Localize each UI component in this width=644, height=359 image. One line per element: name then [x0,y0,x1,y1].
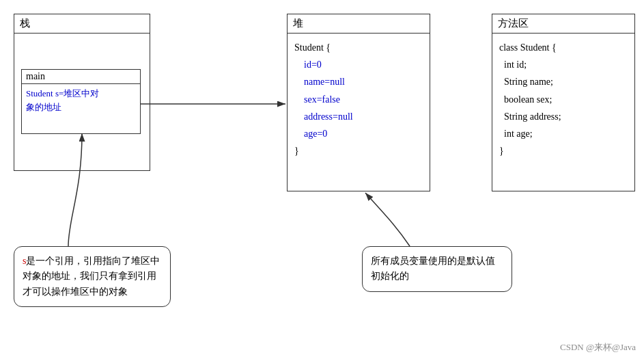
stack-title: 栈 [14,14,150,34]
method-content: class Student { int id; String name; boo… [492,34,634,165]
heap-content: Student { id=0 name=null sex=false addre… [288,34,430,165]
bubble-right: 所有成员变量使用的是默认值初始化的 [362,246,512,292]
heap-title: 堆 [288,14,430,34]
heap-box: 堆 Student { id=0 name=null sex=false add… [287,14,430,191]
main-title: main [22,70,140,84]
bubble-right-text: 所有成员变量使用的是默认值初始化的 [371,256,495,281]
main-frame: main Student s=堆区中对象的地址 [21,69,141,134]
method-title: 方法区 [492,14,634,34]
watermark: CSDN @来杯@Java [560,341,636,354]
bubble-right-arrow [365,193,410,246]
bubble-left: s是一个引用，引用指向了堆区中对象的地址，我们只有拿到引用才可以操作堆区中的对象 [14,246,171,307]
diagram: 栈 main Student s=堆区中对象的地址 堆 Student { id… [0,0,644,359]
bubble-left-text: 是一个引用，引用指向了堆区中对象的地址，我们只有拿到引用才可以操作堆区中的对象 [23,256,160,297]
main-content: Student s=堆区中对象的地址 [22,84,140,116]
method-box: 方法区 class Student { int id; String name;… [492,14,635,191]
stack-box: 栈 main Student s=堆区中对象的地址 [14,14,150,171]
